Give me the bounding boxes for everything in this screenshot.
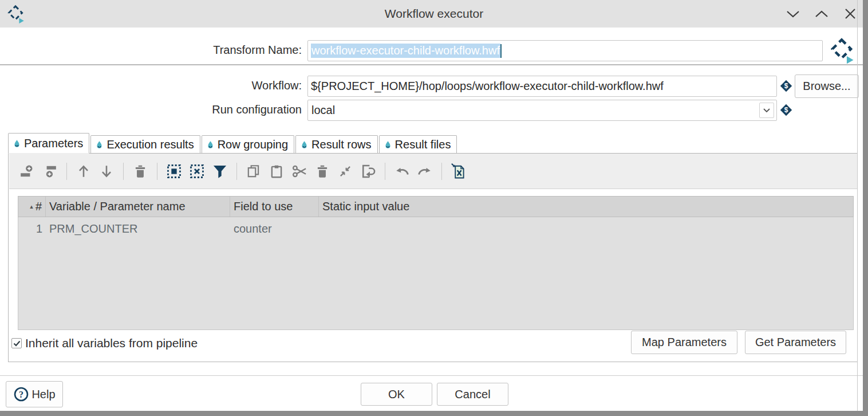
clear-selection-icon[interactable] <box>187 160 207 182</box>
hop-drop-icon <box>13 139 21 148</box>
workflow-variable-icon[interactable]: $ <box>779 79 793 93</box>
sort-asc-icon: ▴ <box>30 203 33 210</box>
table-header-row: ▴ # Variable / Parameter name Field to u… <box>18 196 854 217</box>
run-config-variable-icon[interactable]: $ <box>779 103 793 117</box>
move-row-down-icon[interactable] <box>97 160 116 182</box>
transform-name-label: Transform Name: <box>0 44 302 57</box>
column-label: Static input value <box>322 200 409 213</box>
delete-row-icon[interactable] <box>131 160 150 182</box>
column-header-name[interactable]: Variable / Parameter name <box>46 197 230 217</box>
window-edge-bottom <box>0 411 868 416</box>
window-edge-right <box>863 0 868 416</box>
toolbar-separator <box>441 163 442 180</box>
tab-label: Result files <box>395 138 451 151</box>
redo-icon[interactable] <box>415 160 435 182</box>
delete-selected-icon[interactable] <box>313 160 332 182</box>
inherit-variables-label: Inherit all variables from pipeline <box>25 336 198 350</box>
run-configuration-value: local <box>308 104 759 117</box>
copy-to-all-rows-icon[interactable] <box>358 160 378 182</box>
tab-execution-results[interactable]: Execution results <box>90 135 200 154</box>
title-bar: Workflow executor <box>0 0 868 28</box>
row-number: 1 <box>18 222 46 236</box>
toolbar-separator <box>123 163 124 180</box>
svg-text:$: $ <box>784 82 788 90</box>
tab-label: Parameters <box>24 137 83 150</box>
inherit-variables-checkbox[interactable] <box>11 338 22 348</box>
cell-variable-name[interactable]: PRM_COUNTER <box>46 222 230 236</box>
help-button[interactable]: ? Help <box>6 381 63 407</box>
header-divider <box>0 64 868 65</box>
hop-drop-icon <box>207 140 214 149</box>
paste-icon[interactable] <box>267 160 286 182</box>
workflow-path-value: ${PROJECT_HOME}/hop/loops/workflow-execu… <box>311 80 664 93</box>
toolbar-separator <box>385 163 385 180</box>
export-excel-icon[interactable] <box>449 160 468 182</box>
copy-icon[interactable] <box>244 160 263 182</box>
tab-label: Result rows <box>311 138 371 151</box>
column-header-num[interactable]: ▴ # <box>18 197 46 217</box>
column-label: Field to use <box>234 200 293 213</box>
cancel-button[interactable]: Cancel <box>437 383 508 406</box>
tab-result-rows[interactable]: Result rows <box>295 135 377 154</box>
workflow-executor-transform-icon <box>828 37 855 65</box>
get-parameters-button[interactable]: Get Parameters <box>745 331 846 354</box>
svg-text:$: $ <box>784 106 788 114</box>
toolbar-separator <box>236 163 237 180</box>
toolbar-separator <box>66 163 67 180</box>
text-caret <box>500 44 502 58</box>
help-icon: ? <box>13 386 29 402</box>
select-all-rows-icon[interactable] <box>164 160 184 182</box>
transform-name-input[interactable]: workflow-executor-child-workflow.hwf <box>307 40 823 61</box>
hop-drop-icon <box>96 140 103 149</box>
transform-name-value: workflow-executor-child-workflow.hwf <box>311 44 500 58</box>
insert-row-before-icon[interactable] <box>17 160 37 182</box>
parameters-table: ▴ # Variable / Parameter name Field to u… <box>18 196 854 330</box>
window-edge-line <box>857 0 858 411</box>
ok-button[interactable]: OK <box>361 383 432 406</box>
table-row[interactable]: 1 PRM_COUNTER counter <box>18 217 853 240</box>
browse-button[interactable]: Browse... <box>795 74 859 98</box>
tab-label: Row grouping <box>218 138 288 151</box>
workflow-label: Workflow: <box>0 79 302 92</box>
tab-label: Execution results <box>106 138 194 151</box>
filter-rows-icon[interactable] <box>210 160 230 182</box>
workflow-executor-dialog: Workflow executor Transform Name: workfl… <box>0 0 868 416</box>
column-label: # <box>35 200 42 213</box>
map-parameters-button[interactable]: Map Parameters <box>631 331 737 354</box>
grid-toolbar <box>9 154 857 189</box>
maximize-icon[interactable] <box>814 7 829 21</box>
hop-drop-icon <box>384 140 392 149</box>
tab-result-files[interactable]: Result files <box>379 135 457 154</box>
tab-parameters[interactable]: Parameters <box>8 133 89 154</box>
cut-icon[interactable] <box>290 160 309 182</box>
undo-icon[interactable] <box>392 160 412 182</box>
inherit-variables-row: Inherit all variables from pipeline <box>11 333 228 353</box>
minimize-icon[interactable] <box>786 7 800 21</box>
svg-text:?: ? <box>19 390 23 399</box>
column-label: Variable / Parameter name <box>49 200 186 213</box>
column-header-static[interactable]: Static input value <box>319 197 853 217</box>
cell-field-to-use[interactable]: counter <box>230 222 319 236</box>
close-icon[interactable] <box>843 7 858 21</box>
run-configuration-combo[interactable]: local <box>307 100 777 121</box>
column-header-field[interactable]: Field to use <box>230 197 319 217</box>
tab-row-grouping[interactable]: Row grouping <box>202 135 294 154</box>
workflow-path-input[interactable]: ${PROJECT_HOME}/hop/loops/workflow-execu… <box>307 76 777 97</box>
hop-drop-icon <box>301 140 308 149</box>
table-body[interactable]: 1 PRM_COUNTER counter <box>18 217 854 330</box>
move-row-up-icon[interactable] <box>74 160 93 182</box>
keep-selected-icon[interactable] <box>336 160 355 182</box>
run-configuration-label: Run configuration <box>0 103 302 116</box>
tab-bar: Parameters Execution results Row groupin… <box>8 134 458 154</box>
window-title: Workflow executor <box>0 0 868 28</box>
toolbar-separator <box>157 163 157 180</box>
help-label: Help <box>31 388 55 401</box>
insert-row-after-icon[interactable] <box>40 160 60 182</box>
window-controls <box>786 0 858 28</box>
footer-divider <box>0 375 868 376</box>
chevron-down-icon[interactable] <box>759 103 774 118</box>
